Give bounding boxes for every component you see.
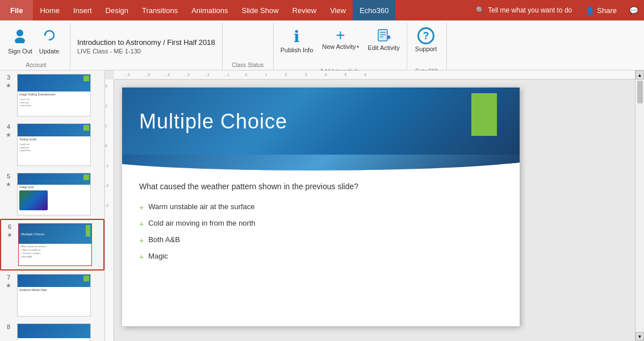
update-label: Update [39,48,59,55]
account-group: Sign Out Update [2,23,70,62]
slide-header: Multiple Choice [122,88,520,156]
new-activity-label: New Activity [322,43,356,50]
echo360-group: ? Support Echo360 [407,23,447,70]
edit-activity-button[interactable]: Edit Activity [365,25,403,66]
answer-bullet-4: + [139,252,144,261]
main-area: 3 ★ Image Testing Entertainment • item o… [0,70,644,341]
slide-7-num-col: 7 ★ [2,274,15,289]
scroll-down-button[interactable]: ▼ [635,332,644,341]
slide-body: What caused the weather pattern shown in… [122,170,520,280]
tell-me-box[interactable]: 🔍 Tell me what you want to do [469,6,579,14]
slide-thumb-7[interactable]: 7 ★ Audience Media Slide [0,271,104,320]
answer-bullet-3: + [139,236,144,245]
slide-7-thumbnail: Audience Media Slide [17,274,91,317]
share-label: Share [597,6,617,15]
slide-8-thumbnail [17,323,91,341]
edit-activity-label: Edit Activity [368,44,400,52]
support-label: Support [415,45,437,52]
edit-activity-icon [376,27,392,44]
slide-thumb-6[interactable]: 6 ★ Multiple Choice What caused the weat… [0,219,104,271]
slide-5-thumbnail: Image Quiz [17,173,91,215]
ribbon: Sign Out Update Account Introduction to … [0,20,644,70]
slide-canvas: Multiple Choice What caused the weather … [122,88,520,326]
slide-4-star: ★ [6,131,11,139]
ruler-top: …6 …5 …4 …3 …2 …1 0 1 2 3 4 5 6 [114,70,635,80]
new-activity-button[interactable]: + New Activity ▾ [319,25,362,66]
slide-4-thumbnail: Testing Goals • goal one• goal two• goal… [17,123,91,166]
slide-thumb-8[interactable]: 8 ★ [0,320,104,341]
menu-echo360[interactable]: Echo360 [353,0,395,20]
answer-bullet-2: + [139,219,144,228]
slide-answer-2: + Cold air moving in from the north [139,219,503,228]
slide-3-star: ★ [6,82,11,89]
menu-insert[interactable]: Insert [66,0,99,20]
support-button[interactable]: ? Support [412,25,441,66]
answer-text-2: Cold air moving in from the north [148,219,256,227]
account-section-label: Account [2,62,70,70]
menu-file[interactable]: File [0,0,33,20]
menu-slideshow[interactable]: Slide Show [235,0,286,20]
menu-transitions[interactable]: Transitions [135,0,185,20]
slide-5-num-col: 5 ★ [2,173,15,188]
slide-answer-1: + Warm unstable air at the surface [139,202,503,212]
class-status-label: Class Status [223,62,273,70]
new-activity-icon: + [336,27,345,43]
menu-review[interactable]: Review [286,0,324,20]
menu-design[interactable]: Design [99,0,135,20]
update-button[interactable]: Update [37,25,61,57]
slide-panel: 3 ★ Image Testing Entertainment • item o… [0,70,105,341]
add-interactivity-group: ℹ Publish Info + New Activity ▾ [274,23,407,70]
publish-info-icon: ℹ [294,27,300,46]
slide-question: What caused the weather pattern shown in… [139,182,503,191]
share-icon: 👤 [586,6,595,15]
sign-out-icon [12,27,28,47]
answer-text-4: Magic [148,252,168,260]
slide-3-thumbnail: Image Testing Entertainment • item one• … [17,74,91,117]
slide-6-num-col: 6 ★ [3,223,16,239]
slide-3-number: 3 [7,74,10,81]
slide-7-star: ★ [6,282,11,289]
slide-green-rectangle [471,93,497,136]
slide-title: Multiple Choice [139,110,287,134]
menu-home[interactable]: Home [33,0,66,20]
menu-animations[interactable]: Animations [185,0,235,20]
slide-thumb-3[interactable]: 3 ★ Image Testing Entertainment • item o… [0,70,104,120]
answer-bullet-1: + [139,203,144,212]
slide-wave [122,155,520,170]
scroll-track [635,80,644,332]
sign-out-button[interactable]: Sign Out [6,25,35,57]
scroll-thumb[interactable] [637,81,643,103]
comment-button[interactable]: 💬 [624,6,644,15]
answer-text-1: Warm unstable air at the surface [148,202,254,211]
svg-point-1 [15,38,25,43]
share-button[interactable]: 👤 Share [579,6,624,15]
vertical-scrollbar[interactable]: ▲ ▼ [635,70,644,341]
ruler-left: 3 2 1 0 -1 -2 -3 [105,80,114,341]
slide-5-star: ★ [6,181,11,188]
svg-point-0 [16,30,23,36]
content-area: …6 …5 …4 …3 …2 …1 0 1 2 3 4 5 6 3 2 1 0 [105,70,644,341]
slide-7-number: 7 [7,274,10,281]
scroll-up-button[interactable]: ▲ [635,70,644,80]
answer-text-3: Both A&B [148,235,180,244]
update-icon [41,27,57,47]
publish-info-button[interactable]: ℹ Publish Info [277,25,316,66]
slide-8-number: 8 [7,323,10,330]
menu-view[interactable]: View [323,0,353,20]
sign-out-label: Sign Out [8,48,32,55]
menu-bar: File Home Insert Design Transitions Anim… [0,0,644,20]
presentation-title: Introduction to Astronomy / First Half 2… [77,38,215,47]
slide-thumb-5[interactable]: 5 ★ Image Quiz [0,169,104,219]
presentation-info: Introduction to Astronomy / First Half 2… [70,23,223,70]
slide-6-star: ★ [7,231,12,239]
publish-info-label: Publish Info [281,47,313,54]
slide-thumb-4[interactable]: 4 ★ Testing Goals • goal one• goal two• … [0,120,104,169]
svg-rect-3 [378,30,387,41]
new-activity-dropdown-arrow: ▾ [357,44,359,49]
tell-me-text: Tell me what you want to do [488,6,572,14]
slide-6-number: 6 [8,223,11,230]
slide-3-num-col: 3 ★ [2,74,15,89]
slide-answer-4: + Magic [139,252,503,261]
comment-icon: 💬 [629,6,638,15]
slide-5-number: 5 [7,173,10,180]
